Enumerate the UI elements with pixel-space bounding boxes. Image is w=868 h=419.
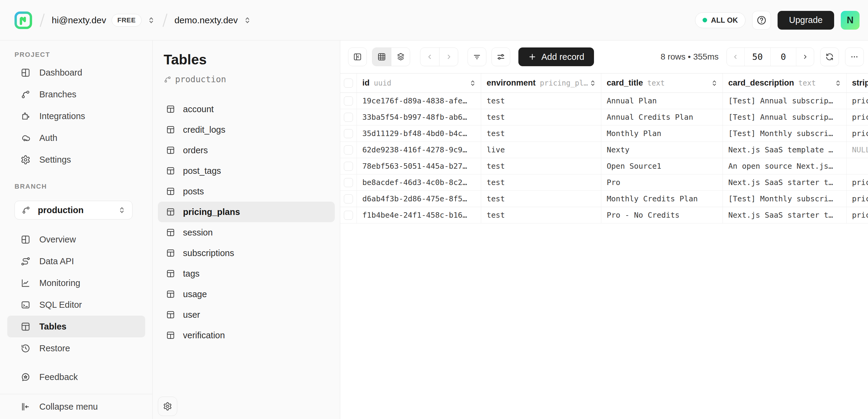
cell-card-title[interactable]: Monthly Plan — [601, 125, 723, 142]
select-all-checkbox[interactable] — [344, 78, 353, 88]
table-list-item-user[interactable]: user — [153, 304, 340, 325]
column-header-card-title[interactable]: card_title text — [601, 73, 723, 93]
cell-stripe[interactable] — [846, 158, 868, 174]
sort-icon[interactable] — [589, 79, 597, 87]
table-list-item-usage[interactable]: usage — [153, 284, 340, 304]
breadcrumb-project[interactable]: demo.nexty.dev — [175, 15, 252, 25]
table-list-item-subscriptions[interactable]: subscriptions — [153, 243, 340, 263]
table-list-item-account[interactable]: account — [153, 99, 340, 120]
row-checkbox[interactable] — [344, 146, 353, 155]
sort-icon[interactable] — [469, 79, 477, 87]
column-header-stripe[interactable]: stripe_ — [846, 73, 868, 93]
branch-selector[interactable]: production — [14, 201, 132, 220]
cell-environment[interactable]: test — [481, 191, 601, 207]
cell-environment[interactable]: test — [481, 207, 601, 223]
unfold-icon[interactable] — [147, 16, 155, 25]
refresh-button[interactable] — [820, 47, 839, 66]
sort-icon[interactable] — [834, 79, 842, 87]
cell-card-description[interactable]: Next.js SaaS starter t… — [723, 207, 846, 223]
cell-card-description[interactable]: Next.js SaaS starter t… — [723, 174, 846, 191]
collapse-panel-button[interactable] — [348, 47, 367, 66]
cell-stripe[interactable]: price — [846, 93, 868, 109]
more-options-button[interactable] — [845, 47, 864, 66]
sidebar-item-feedback[interactable]: Feedback — [0, 366, 152, 388]
nexty-logo-icon[interactable] — [14, 11, 33, 30]
cell-card-description[interactable]: [Test] Annual subscrip… — [723, 109, 846, 125]
cell-card-description[interactable]: [Test] Monthly subscri… — [723, 191, 846, 207]
cell-card-title[interactable]: Open Source1 — [601, 158, 723, 174]
table-row[interactable]: d6ab4f3b-2d86-475e-8f5… test Monthly Cre… — [340, 191, 868, 207]
table-list-item-pricing-plans[interactable]: pricing_plans — [158, 202, 335, 222]
table-list-item-orders[interactable]: orders — [153, 140, 340, 161]
prev-record-button[interactable] — [421, 48, 439, 66]
avatar[interactable]: N — [841, 11, 860, 30]
add-record-button[interactable]: Add record — [518, 47, 594, 66]
sidebar-item-data-api[interactable]: Data API — [0, 250, 152, 272]
sidebar-item-restore[interactable]: Restore — [0, 337, 152, 359]
status-badge[interactable]: ALL OK — [695, 12, 745, 28]
sidebar-item-settings[interactable]: Settings — [0, 149, 152, 170]
table-list-item-credit-logs[interactable]: credit_logs — [153, 120, 340, 140]
upgrade-button[interactable]: Upgrade — [778, 11, 834, 30]
cell-id[interactable]: 19ce176f-d89a-4838-afe… — [357, 93, 481, 109]
row-checkbox[interactable] — [344, 129, 353, 138]
sidebar-item-dashboard[interactable]: Dashboard — [0, 62, 152, 84]
cell-card-title[interactable]: Monthly Credits Plan — [601, 191, 723, 207]
sidebar-item-tables[interactable]: Tables — [7, 316, 145, 337]
layers-view-button[interactable] — [391, 48, 410, 66]
cell-environment[interactable]: live — [481, 142, 601, 158]
sidebar-item-branches[interactable]: Branches — [0, 84, 152, 105]
page-prev-button[interactable] — [727, 48, 744, 66]
cell-environment[interactable]: test — [481, 125, 601, 142]
sidebar-item-overview[interactable]: Overview — [0, 229, 152, 250]
row-checkbox[interactable] — [344, 96, 353, 105]
table-list-item-posts[interactable]: posts — [153, 181, 340, 202]
table-row[interactable]: 62de9238-416f-4278-9c9… live Nexty Next.… — [340, 142, 868, 158]
row-checkbox[interactable] — [344, 162, 353, 171]
cell-card-title[interactable]: Annual Credits Plan — [601, 109, 723, 125]
page-size-input[interactable]: 50 — [744, 48, 770, 66]
table-row[interactable]: 33ba5f54-b997-48fb-ab6… test Annual Cred… — [340, 109, 868, 125]
collapse-menu-button[interactable]: Collapse menu — [0, 394, 152, 419]
table-list-item-session[interactable]: session — [153, 222, 340, 243]
cell-card-title[interactable]: Nexty — [601, 142, 723, 158]
cell-environment[interactable]: test — [481, 93, 601, 109]
cell-id[interactable]: 35d11129-bf48-4bd0-b4c… — [357, 125, 481, 142]
cell-card-title[interactable]: Annual Plan — [601, 93, 723, 109]
cell-card-description[interactable]: An open source Next.js… — [723, 158, 846, 174]
sort-icon[interactable] — [710, 79, 718, 87]
table-row[interactable]: f1b4be4e-24f1-458c-b16… test Pro - No Cr… — [340, 207, 868, 223]
cell-card-description[interactable]: Next.js SaaS template … — [723, 142, 846, 158]
table-view-button[interactable] — [372, 48, 391, 66]
breadcrumb-account[interactable]: hi@nexty.dev FREE — [52, 14, 155, 27]
cell-stripe[interactable]: price — [846, 191, 868, 207]
column-header-environment[interactable]: environment pricing_pl… — [481, 73, 601, 93]
cell-card-description[interactable]: [Test] Monthly subscri… — [723, 125, 846, 142]
cell-id[interactable]: 78ebf563-5051-445a-b27… — [357, 158, 481, 174]
cell-id[interactable]: 62de9238-416f-4278-9c9… — [357, 142, 481, 158]
row-checkbox[interactable] — [344, 194, 353, 203]
cell-id[interactable]: f1b4be4e-24f1-458c-b16… — [357, 207, 481, 223]
row-checkbox[interactable] — [344, 113, 353, 122]
cell-id[interactable]: be8acdef-46d3-4c0b-8c2… — [357, 174, 481, 191]
sidebar-item-monitoring[interactable]: Monitoring — [0, 272, 152, 294]
tables-settings-button[interactable] — [158, 397, 177, 416]
sort-settings-button[interactable] — [492, 47, 510, 66]
sidebar-item-sql-editor[interactable]: SQL Editor — [0, 294, 152, 316]
table-row[interactable]: be8acdef-46d3-4c0b-8c2… test Pro Next.js… — [340, 174, 868, 191]
cell-card-title[interactable]: Pro - No Credits — [601, 207, 723, 223]
sidebar-item-auth[interactable]: Auth — [0, 127, 152, 149]
cell-card-title[interactable]: Pro — [601, 174, 723, 191]
table-list-item-tags[interactable]: tags — [153, 263, 340, 284]
column-header-id[interactable]: id uuid — [357, 73, 481, 93]
cell-stripe[interactable]: price — [846, 125, 868, 142]
cell-environment[interactable]: test — [481, 174, 601, 191]
page-next-button[interactable] — [796, 48, 814, 66]
help-button[interactable] — [752, 11, 771, 30]
cell-environment[interactable]: test — [481, 158, 601, 174]
table-row[interactable]: 78ebf563-5051-445a-b27… test Open Source… — [340, 158, 868, 174]
column-header-card-description[interactable]: card_description text — [723, 73, 846, 93]
table-row[interactable]: 35d11129-bf48-4bd0-b4c… test Monthly Pla… — [340, 125, 868, 142]
next-record-button[interactable] — [439, 48, 458, 66]
cell-environment[interactable]: test — [481, 109, 601, 125]
